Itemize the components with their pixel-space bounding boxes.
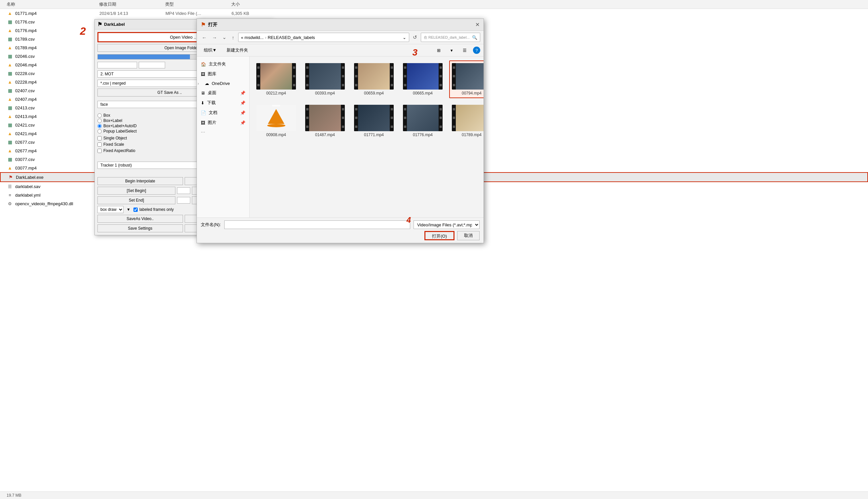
col-date-header: 修改日期 (99, 1, 165, 7)
video-thumb (452, 63, 484, 89)
sidebar-onedrive[interactable]: › ☁ OneDrive (197, 79, 249, 88)
file-item[interactable]: 01771.mp4 2024/1/8 14:13 MP4 Video File … (0, 9, 868, 17)
csv-icon (7, 19, 13, 25)
breadcrumb-bar: « msdwild... › RELEASED_dark_labels ⌄ (238, 33, 410, 42)
video-thumb (354, 105, 394, 131)
filmstrip-right (341, 105, 345, 131)
grid-file-item[interactable]: 00212.mp4 (254, 60, 299, 98)
pin-icon2: 📌 (240, 100, 245, 106)
grid-file-label: 00908.mp4 (266, 133, 286, 137)
begin-interpolate-button[interactable]: Begin Interpolate (97, 177, 183, 185)
search-placeholder-text: 在 RELEASED_dark_label... (424, 35, 470, 40)
file-type: MP4 Video File (… (165, 11, 232, 16)
breadcrumb-dropdown-icon[interactable]: ⌄ (402, 35, 406, 40)
file-name: darklabel.sav (15, 184, 99, 189)
cancel-button[interactable]: 取消 (457, 231, 480, 240)
filename-label: 文件名(N): (201, 222, 221, 228)
nav-forward-button[interactable]: → (210, 34, 219, 41)
file-name: 02407.mp4 (15, 97, 99, 102)
grid-file-label: 01771.mp4 (364, 133, 384, 137)
grid-file-item[interactable]: 01487.mp4 (302, 102, 347, 140)
view-details-button[interactable]: ☰ (459, 47, 470, 54)
file-name: 01771.mp4 (15, 11, 99, 16)
video-thumb (403, 63, 443, 89)
filename-input[interactable] (224, 220, 410, 229)
column-headers: 名称 修改日期 类型 大小 (0, 0, 868, 9)
dialog-title: 打开 (208, 22, 217, 28)
filmstrip-left (305, 105, 309, 131)
new-folder-button[interactable]: 新建文件夹 (223, 46, 252, 54)
set-begin-val[interactable]: -1 (177, 187, 190, 194)
grid-file-item[interactable]: 01776.mp4 (400, 102, 445, 140)
sidebar-desktop-label: 桌面 (208, 90, 216, 96)
file-name: darklabel.yml (15, 193, 99, 198)
desktop-icon: 🖥 (201, 90, 205, 96)
nav-up-button[interactable]: ↑ (230, 34, 236, 41)
file-name: 02677.csv (15, 140, 99, 145)
dialog-icon: ⚑ (201, 22, 206, 28)
cb-labeled-frames[interactable]: labeled frames only (134, 207, 174, 212)
grid-file-label: 01776.mp4 (413, 133, 433, 137)
draw-mode-select[interactable]: box draw (97, 206, 124, 213)
set-begin-button[interactable]: [Set Begin] (97, 187, 175, 195)
video-thumb (354, 63, 394, 89)
search-icon[interactable]: 🔍 (472, 35, 477, 40)
file-name: 02228.mp4 (15, 80, 99, 85)
saveas-video-button[interactable]: SaveAs Video.. (97, 215, 183, 223)
frame-input[interactable]: 1262,0 (139, 62, 165, 69)
sidebar-home[interactable]: 🏠 主文件夹 (197, 59, 249, 69)
sidebar-documents[interactable]: 📄 文档 📌 (197, 108, 249, 118)
filetype-select[interactable]: Video/Image Files (*.avi;*.mp (413, 220, 480, 229)
mp4-icon (7, 113, 13, 120)
grid-file-item[interactable]: 00908.mp4 (254, 102, 299, 140)
col-type-header: 类型 (165, 1, 231, 7)
file-name: 02228.csv (15, 71, 99, 76)
file-name: 01789.csv (15, 37, 99, 41)
col-name-header: 名称 (7, 1, 99, 7)
nav-recent-button[interactable]: ⌄ (221, 34, 228, 41)
pin-icon3: 📌 (240, 110, 245, 115)
filmstrip-right (438, 105, 443, 131)
grid-file-item[interactable]: 00659.mp4 (351, 60, 396, 98)
view-dropdown-button[interactable]: ▾ (447, 47, 457, 54)
csv-icon (7, 53, 13, 60)
filmstrip-left (354, 105, 358, 131)
filmstrip-left (305, 63, 309, 89)
document-icon: 📄 (201, 110, 206, 115)
expand-icon: › (198, 81, 199, 86)
dialog-titlebar: ⚑ 打开 ✕ (197, 19, 484, 31)
grid-file-item[interactable]: 00794.mp4 (449, 60, 484, 98)
grid-file-item[interactable]: 00665.mp4 (400, 60, 445, 98)
dll-icon (7, 200, 13, 207)
filmstrip-right (292, 63, 296, 89)
set-end-val[interactable]: -1 (177, 197, 190, 204)
sidebar-pictures[interactable]: 🖼 图片 📌 (197, 118, 249, 127)
sidebar-gallery[interactable]: 🖼 图库 (197, 69, 249, 79)
dialog-close-button[interactable]: ✕ (475, 22, 480, 28)
sidebar-desktop[interactable]: 🖥 桌面 📌 (197, 88, 249, 98)
file-name: 01789.mp4 (15, 45, 99, 50)
download-icon: ⬇ (201, 100, 204, 106)
grid-file-item[interactable]: 01771.mp4 (351, 102, 396, 140)
dialog-nav: ← → ⌄ ↑ « msdwild... › RELEASED_dark_lab… (197, 31, 484, 44)
sidebar-more[interactable]: ⋯ (197, 127, 249, 136)
nav-refresh-button[interactable]: ↺ (411, 34, 419, 41)
nav-back-button[interactable]: ← (200, 34, 208, 41)
darklabel-title: DarkLabel (104, 22, 125, 27)
breadcrumb-folder: RELEASED_dark_labels (268, 35, 315, 40)
sidebar-downloads[interactable]: ⬇ 下载 📌 (197, 98, 249, 108)
dialog-main: 3 00212.mp4 (250, 57, 484, 217)
organize-button[interactable]: 组织▼ (200, 46, 220, 54)
help-button[interactable]: ? (473, 47, 480, 54)
open-button[interactable]: 打开(O) (424, 231, 455, 240)
coords-input[interactable]: 305,257,1,1 (97, 62, 137, 69)
picture-icon: 🖼 (201, 120, 205, 125)
sidebar-gallery-label: 图库 (208, 71, 216, 77)
file-name: 01776.mp4 (15, 28, 99, 33)
grid-file-item[interactable]: 00393.mp4 (302, 60, 347, 98)
mp4-icon (7, 165, 13, 171)
view-icons-button[interactable]: ⊞ (433, 47, 444, 54)
grid-file-item[interactable]: 01789.mp4 (449, 102, 484, 140)
set-end-button[interactable]: Set End] (97, 196, 175, 204)
save-settings-button[interactable]: Save Settings (97, 224, 183, 232)
